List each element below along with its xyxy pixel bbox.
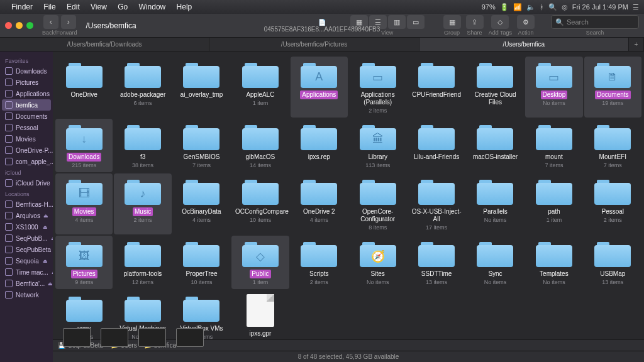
group-button[interactable]: ▦ [443,15,461,29]
folder-item[interactable]: OneDrive 24 items [291,173,348,234]
search-field[interactable]: 🔍 Search [551,15,639,29]
sidebar-item[interactable]: Bemfica'...⏏ [0,278,53,289]
folder-item[interactable]: ▭Applications (Parallels)2 items [349,57,406,118]
tab-pictures[interactable]: /Users/bemfica/Pictures [209,38,419,51]
minimize-button[interactable] [16,22,23,29]
sidebar-item[interactable]: Movies [0,133,53,145]
sidebar-item[interactable]: com_apple_... [0,156,53,167]
folder-item[interactable]: 🗎Documents19 items [584,57,641,118]
sidebar-item[interactable]: Arquivos⏏ [0,210,53,221]
folder-item[interactable]: ai_overlay_tmp [173,57,230,118]
folder-item[interactable]: CPUFriendFriend [408,57,465,118]
tab-downloads[interactable]: /Users/bemfica/Downloads [0,38,209,51]
folder-item[interactable]: ▭DesktopNo items [525,57,582,118]
battery-icon[interactable]: 🔋 [500,3,509,11]
view-columns-button[interactable]: ▥ [388,15,406,29]
battery-status[interactable]: 97% [482,3,496,11]
folder-item[interactable]: ↓Downloads215 items [55,119,113,172]
bluetooth-icon[interactable]: ᚼ [540,3,544,11]
eject-icon[interactable]: ⏏ [43,213,48,219]
view-gallery-button[interactable]: ▭ [407,15,425,29]
menu-app[interactable]: Finder [11,3,33,11]
tab-bemfica[interactable]: /Users/bemfica [419,38,629,51]
search-icon[interactable]: 🔍 [548,3,557,11]
folder-item[interactable]: Lilu-and-Friends [408,119,465,172]
folder-item[interactable]: GenSMBIOS7 items [173,119,230,172]
folder-item[interactable]: gibMacOS14 items [231,119,289,172]
folder-item[interactable]: mount7 items [525,119,582,172]
menu-view[interactable]: View [91,3,107,11]
folder-item[interactable]: path1 item [525,173,582,234]
volume-icon[interactable]: 🔈 [526,3,535,11]
close-button[interactable] [5,22,12,29]
sidebar-item[interactable]: OneDrive-P... [0,145,53,156]
sidebar-item[interactable]: XS1000⏏ [0,221,53,233]
folder-item[interactable]: ◇Public1 item [231,236,289,289]
folder-item[interactable]: Scripts2 items [291,236,348,289]
folder-item[interactable]: MountEFI7 items [584,119,641,172]
siri-icon[interactable]: ◎ [562,3,568,11]
folder-item[interactable]: OCConfigCompare10 items [231,173,289,234]
sidebar-item[interactable]: SeqPubBeta⏏ [0,244,53,255]
folder-item[interactable]: adobe-packager6 items [114,57,171,118]
folder-item[interactable]: USBMap13 items [584,236,641,289]
file-item[interactable]: ipxs.gpr [231,290,289,339]
folder-item[interactable]: Pessoal2 items [584,173,641,234]
folder-item[interactable]: 🖼Pictures9 items [55,236,113,289]
action-button[interactable]: ⚙ [517,15,535,29]
sidebar-item[interactable]: iCloud Drive [0,177,53,189]
folder-item[interactable]: platform-tools12 items [114,236,171,289]
folder-item[interactable]: OcBinaryData4 items [173,173,230,234]
menu-edit[interactable]: Edit [67,3,80,11]
sidebar-item[interactable]: Applications [0,88,53,99]
eject-icon[interactable]: ⏏ [48,281,53,287]
new-tab-button[interactable]: + [629,38,644,51]
document-name: 045575E8AF316E8...AA01EF489840FB3 [264,26,380,33]
folder-item[interactable]: f338 items [114,119,171,172]
sidebar-item[interactable]: Network [0,289,53,300]
folder-item[interactable]: SSDTTime13 items [408,236,465,289]
menu-file[interactable]: File [43,3,55,11]
sidebar-item[interactable]: Pictures [0,77,53,88]
notification-center-icon[interactable]: ☰ [633,3,639,11]
back-button[interactable]: ‹ [43,15,58,29]
add-tags-button[interactable]: ◇ [491,15,509,29]
wifi-icon[interactable]: 📶 [513,3,522,11]
folder-item[interactable]: 🧭SitesNo items [349,236,406,289]
icon-grid[interactable]: OneDriveadobe-packager6 itemsai_overlay_… [53,52,644,339]
eject-icon[interactable]: ⏏ [43,224,48,230]
folder-item[interactable]: 🏛Library113 items [349,119,406,172]
folder-item[interactable]: ProperTree10 items [173,236,230,289]
sidebar-item[interactable]: Documents [0,111,53,122]
folder-item[interactable]: AApplications [291,57,348,118]
folder-item[interactable]: OS-X-USB-Inject-All17 items [408,173,465,234]
sidebar-item[interactable]: Bemficas-H... [0,199,53,210]
sidebar-item[interactable]: Pessoal [0,122,53,133]
forward-button[interactable]: › [61,15,76,29]
sidebar-item[interactable]: SeqPubB...⏏ [0,233,53,244]
folder-item[interactable]: macOS-installer [467,119,524,172]
zoom-button[interactable] [26,22,33,29]
folder-item[interactable]: AppleALC1 item [231,57,289,118]
folder-item[interactable]: OpenCore-Configurator8 items [349,173,406,234]
menu-help[interactable]: Help [177,3,192,11]
menu-go[interactable]: Go [118,3,128,11]
folder-item[interactable]: SyncNo items [467,236,524,289]
sidebar-item[interactable]: Sequoia⏏ [0,255,53,266]
clock[interactable]: Fri 26 Jul 1:49 PM [572,3,628,11]
folder-item[interactable]: OneDrive [55,57,113,118]
sidebar-item[interactable]: Time mac...⏏ [0,266,53,278]
folder-item[interactable]: ipxs.rep [291,119,348,172]
folder-item[interactable]: ♪Music2 items [114,173,171,234]
sidebar-item[interactable]: Downloads [0,65,53,77]
app-menu[interactable]: Finder File Edit View Go Window Help [11,3,201,11]
folder-item[interactable]: Creative Cloud Files [467,57,524,118]
folder-item[interactable]: 🎞Movies4 items [55,173,113,234]
sidebar-item[interactable]: bemfica [2,99,51,111]
menu-window[interactable]: Window [139,3,166,11]
share-button[interactable]: ⇪ [466,15,484,29]
folder-item[interactable]: TemplatesNo items [525,236,582,289]
item-name: gibMacOS [244,153,277,162]
folder-item[interactable]: ParallelsNo items [467,173,524,234]
eject-icon[interactable]: ⏏ [43,258,48,264]
